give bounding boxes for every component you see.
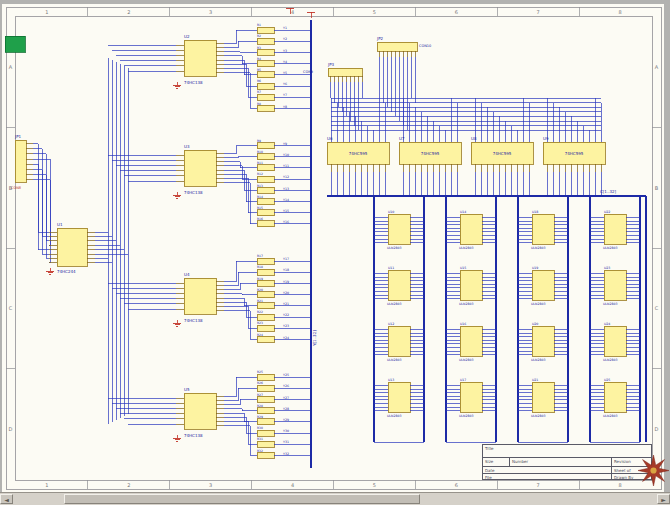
connector-JP1[interactable] — [15, 140, 26, 182]
resistor-R30[interactable] — [257, 430, 274, 436]
offsheet-marker[interactable] — [5, 36, 25, 52]
ic-U16[interactable] — [460, 326, 482, 356]
label: U2 — [184, 34, 190, 39]
label: Y2 — [283, 37, 287, 41]
label: R9 — [257, 139, 261, 143]
scroll-left-button[interactable]: ◄ — [0, 494, 13, 504]
label: Y7 — [283, 93, 287, 97]
label: ULN2803 — [531, 358, 546, 362]
label: Y9 — [283, 142, 287, 146]
ic-U22[interactable] — [604, 214, 626, 244]
resistor-R7[interactable] — [257, 94, 274, 100]
label: ULN2803 — [459, 358, 474, 362]
resistor-R29[interactable] — [257, 419, 274, 425]
resistor-R27[interactable] — [257, 396, 274, 402]
resistor-R1[interactable] — [257, 27, 274, 33]
ic-U24[interactable] — [604, 326, 626, 356]
resistor-R19[interactable] — [257, 280, 274, 286]
label: ULN2803 — [603, 246, 618, 250]
ic-U1[interactable] — [57, 228, 87, 266]
resistor-R24[interactable] — [257, 336, 274, 342]
connector-JP3[interactable] — [328, 68, 362, 76]
resistor-R12[interactable] — [257, 176, 274, 182]
label: Y5 — [283, 71, 287, 75]
resistor-R10[interactable] — [257, 154, 274, 160]
ic-U12[interactable] — [388, 326, 410, 356]
ic-U4[interactable] — [184, 278, 216, 314]
title-block: Title Size Number Revision Date Sheet of… — [482, 444, 652, 480]
resistor-R2[interactable] — [257, 38, 274, 44]
label: C — [9, 305, 13, 311]
resistor-R13[interactable] — [257, 187, 274, 193]
ic-U17[interactable] — [460, 382, 482, 412]
resistor-R16[interactable] — [257, 221, 274, 227]
resistor-R5[interactable] — [257, 72, 274, 78]
resistor-R6[interactable] — [257, 83, 274, 89]
label: 7 — [537, 9, 540, 15]
file-label: File — [483, 474, 611, 479]
resistor-R25[interactable] — [257, 374, 274, 380]
resistor-R3[interactable] — [257, 49, 274, 55]
ic-U5[interactable] — [184, 393, 216, 429]
label: U22 — [604, 210, 610, 214]
resistor-R22[interactable] — [257, 314, 274, 320]
label: 74HC138 — [184, 190, 203, 195]
resistor-R31[interactable] — [257, 441, 274, 447]
resistor-R8[interactable] — [257, 105, 274, 111]
label: 74HC138 — [184, 318, 203, 323]
sheet — [2, 4, 664, 492]
label: ULN2803 — [387, 246, 402, 250]
connector-JP2[interactable] — [377, 42, 417, 51]
resistor-R14[interactable] — [257, 199, 274, 205]
label: JP3 — [327, 62, 335, 67]
resistor-R20[interactable] — [257, 292, 274, 298]
ic-U20[interactable] — [532, 326, 554, 356]
resistor-R9[interactable] — [257, 143, 274, 149]
label: U15 — [460, 266, 466, 270]
ic-U19[interactable] — [532, 270, 554, 300]
resistor-R11[interactable] — [257, 165, 274, 171]
ic-U10[interactable] — [388, 214, 410, 244]
resistor-R32[interactable] — [257, 452, 274, 458]
resistor-R28[interactable] — [257, 408, 274, 414]
ic-U15[interactable] — [460, 270, 482, 300]
ic-U13[interactable] — [388, 382, 410, 412]
ic-U25[interactable] — [604, 382, 626, 412]
brand-logo-icon — [638, 455, 669, 486]
label: Y29 — [283, 418, 289, 422]
ic-U3[interactable] — [184, 150, 216, 186]
label: ULN2803 — [531, 246, 546, 250]
label: 4 — [291, 482, 294, 488]
label: R18 — [257, 265, 263, 269]
ic-U11[interactable] — [388, 270, 410, 300]
label: R30 — [257, 426, 263, 430]
scroll-right-button[interactable]: ► — [657, 494, 670, 504]
label: R29 — [257, 415, 263, 419]
horizontal-scrollbar[interactable]: ◄ ► — [0, 492, 670, 505]
ic-U14[interactable] — [460, 214, 482, 244]
label: Y26 — [283, 384, 289, 388]
ic-U23[interactable] — [604, 270, 626, 300]
ic-U18[interactable] — [532, 214, 554, 244]
label: U9 — [543, 136, 549, 141]
label: U1 — [57, 222, 63, 227]
resistor-R18[interactable] — [257, 269, 274, 275]
label: Y13 — [283, 187, 289, 191]
label: CON9 — [303, 70, 313, 74]
ic-U2[interactable] — [184, 40, 216, 76]
resistor-R21[interactable] — [257, 303, 274, 309]
label: ULN2803 — [531, 414, 546, 418]
label: R32 — [257, 449, 263, 453]
ic-U21[interactable] — [532, 382, 554, 412]
label: Y15 — [283, 209, 289, 213]
label: Y1 — [283, 26, 287, 30]
resistor-R23[interactable] — [257, 325, 274, 331]
resistor-R15[interactable] — [257, 210, 274, 216]
resistor-R4[interactable] — [257, 61, 274, 67]
schematic-canvas[interactable]: 1122334455667788AABBCCDDJP1CON8U174HC244… — [0, 0, 670, 492]
label: 8 — [618, 9, 621, 15]
resistor-R26[interactable] — [257, 385, 274, 391]
scroll-thumb[interactable] — [64, 494, 420, 504]
resistor-R17[interactable] — [257, 258, 274, 264]
label: 6 — [455, 9, 458, 15]
